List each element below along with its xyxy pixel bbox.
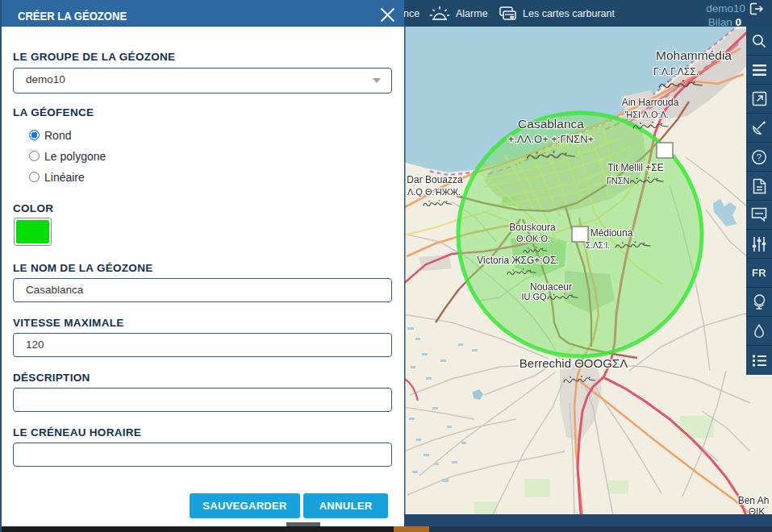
svg-text:ΉΣΙ Λ.O:Λ.: ΉΣΙ Λ.O:Λ. — [624, 110, 669, 119]
svg-text:Dar Bouazza: Dar Bouazza — [407, 174, 463, 185]
svg-text:Bouskoura: Bouskoura — [509, 222, 556, 233]
svg-text:IU.GQ: IU.GQ — [521, 292, 547, 301]
svg-text:Λ.Q Θ:ΉЖЖ.: Λ.Q Θ:ΉЖЖ. — [407, 187, 461, 197]
svg-text:+.ΛΛ.O+ +:ΓΝΣΝ+: +.ΛΛ.O+ +:ΓΝΣΝ+ — [508, 133, 594, 145]
svg-text:ΓΝΣΝ: ΓΝΣΝ — [607, 176, 630, 185]
svg-text:Σ.ΛΣ:Ι.: Σ.ΛΣ:Ι. — [586, 241, 610, 250]
svg-text:Berrechid ΘOOGΣΛ: Berrechid ΘOOGΣΛ — [520, 356, 628, 370]
svg-text:Mohammédia: Mohammédia — [656, 48, 732, 62]
svg-text:Θ:OΚ:O.: Θ:OΚ:O. — [516, 234, 550, 243]
svg-text:Ben Ah: Ben Ah — [738, 495, 770, 506]
svg-text:Casablanca: Casablanca — [518, 117, 584, 131]
svg-text:Ain Harrouda: Ain Harrouda — [622, 97, 679, 108]
svg-text:Γ:Λ.Γ.ΛΣΣ.: Γ:Λ.Γ.ΛΣΣ. — [653, 66, 699, 77]
svg-text:Tit Mellil +ΣΕ: Tit Mellil +ΣΕ — [607, 162, 663, 173]
svg-text:Médiouna: Médiouna — [590, 227, 633, 239]
svg-text:Nouaceur: Nouaceur — [530, 281, 572, 293]
svg-text:Victoria ЖΣG+:OΣ.: Victoria ЖΣG+:OΣ. — [477, 255, 558, 266]
svg-text:?: ? — [757, 152, 762, 162]
